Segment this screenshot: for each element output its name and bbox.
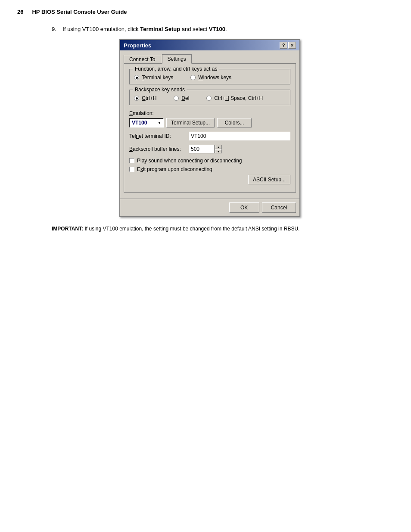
important-note: IMPORTANT: If using VT100 emulation, the…	[52, 226, 359, 232]
backspace-options: Ctrl+H Del Ctrl+H Space, Ctrl+H	[134, 95, 286, 101]
ctrl-h-space-radio[interactable]	[206, 96, 212, 101]
terminal-setup-ref: Terminal Setup	[140, 26, 180, 32]
dropdown-arrow-icon: ▼	[158, 121, 161, 125]
page-number: 26	[17, 9, 23, 15]
help-button[interactable]: ?	[280, 42, 287, 49]
doc-title: HP BIOS Serial Console User Guide	[32, 9, 127, 15]
ctrl-h-space-label: Ctrl+H Space, Ctrl+H	[214, 95, 263, 101]
terminal-setup-button[interactable]: Terminal Setup...	[166, 118, 215, 128]
ctrl-h-radio[interactable]	[134, 96, 139, 101]
backspace-group: Backspace key sends Ctrl+H Del Ctrl+H	[129, 90, 290, 105]
close-button[interactable]: ×	[288, 42, 296, 49]
instruction-end: .	[225, 26, 227, 32]
backscroll-row: Backscroll buffer lines: ▲ ▼	[129, 145, 290, 153]
emulation-label: Emulation:	[129, 110, 290, 116]
ctrl-h-label: Ctrl+H	[142, 95, 156, 101]
spinner-up-button[interactable]: ▲	[215, 145, 222, 149]
backscroll-input[interactable]	[189, 145, 215, 153]
vt100-ref: VT100	[209, 26, 225, 32]
tab-connect-to[interactable]: Connect To	[124, 55, 161, 64]
dialog-body: Connect To Settings Function, arrow, and…	[120, 50, 299, 196]
titlebar-buttons: ? ×	[280, 42, 296, 49]
tabs-row: Connect To Settings	[124, 54, 296, 63]
dialog-wrapper: Properties ? × Connect To Settings	[52, 39, 368, 217]
function-keys-options: Terminal keys Windows keys	[134, 75, 286, 81]
terminal-keys-label: Terminal keys	[142, 75, 173, 81]
function-keys-legend: Function, arrow, and ctrl keys act as	[133, 66, 219, 72]
telnet-terminal-id-row: Telnet terminal ID:	[129, 132, 290, 140]
important-label: IMPORTANT:	[52, 226, 83, 232]
dialog-footer: OK Cancel	[120, 199, 299, 216]
colors-button[interactable]: Colors...	[217, 118, 252, 128]
terminal-keys-option[interactable]: Terminal keys	[134, 75, 173, 81]
instruction-text: 9. If using VT100 emulation, click Termi…	[52, 26, 368, 32]
instruction-prefix: If using VT100 emulation, click	[62, 26, 140, 32]
spinner-buttons: ▲ ▼	[215, 145, 222, 153]
exit-program-label: Exit program upon disconnecting	[137, 166, 212, 172]
ctrl-h-space-option[interactable]: Ctrl+H Space, Ctrl+H	[206, 95, 263, 101]
cancel-button[interactable]: Cancel	[262, 202, 296, 213]
del-option[interactable]: Del	[174, 95, 189, 101]
backspace-legend: Backspace key sends	[133, 87, 187, 93]
page-header: 26 HP BIOS Serial Console User Guide	[17, 9, 394, 17]
dialog-titlebar: Properties ? ×	[120, 40, 299, 50]
exit-program-checkbox[interactable]	[129, 167, 134, 172]
windows-keys-radio[interactable]	[190, 75, 196, 80]
tab-content-settings: Function, arrow, and ctrl keys act as Te…	[124, 63, 296, 193]
exit-program-checkbox-row[interactable]: Exit program upon disconnecting	[129, 166, 290, 172]
backscroll-spinner: ▲ ▼	[189, 145, 222, 153]
step-number: 9.	[52, 26, 56, 32]
windows-keys-label: Windows keys	[198, 75, 231, 81]
emulation-select[interactable]: VT100 ▼	[129, 118, 164, 128]
function-keys-group: Function, arrow, and ctrl keys act as Te…	[129, 69, 290, 84]
windows-keys-option[interactable]: Windows keys	[190, 75, 231, 81]
instruction-middle: and select	[180, 26, 209, 32]
dialog-title: Properties	[124, 42, 151, 49]
del-label: Del	[181, 95, 189, 101]
emulation-controls: VT100 ▼ Terminal Setup... Colors...	[129, 118, 290, 128]
telnet-terminal-input[interactable]	[189, 132, 290, 140]
terminal-keys-radio[interactable]	[134, 75, 139, 80]
emulation-value: VT100	[132, 120, 147, 126]
play-sound-label: Play sound when connecting or disconnect…	[137, 158, 242, 164]
telnet-terminal-label: Telnet terminal ID:	[129, 133, 185, 139]
ascii-setup-button[interactable]: ASCII Setup...	[248, 175, 290, 184]
tab-settings[interactable]: Settings	[162, 54, 192, 64]
spinner-down-button[interactable]: ▼	[215, 149, 222, 153]
important-text: If using VT100 emulation, the setting mu…	[84, 226, 299, 232]
del-radio[interactable]	[174, 96, 179, 101]
play-sound-checkbox-row[interactable]: Play sound when connecting or disconnect…	[129, 158, 290, 164]
emulation-section: Emulation: VT100 ▼ Terminal Setup... Col…	[129, 110, 290, 128]
play-sound-checkbox[interactable]	[129, 158, 134, 163]
ok-button[interactable]: OK	[229, 202, 259, 213]
properties-dialog: Properties ? × Connect To Settings	[119, 39, 300, 217]
ascii-setup-row: ASCII Setup...	[129, 175, 290, 184]
backscroll-label: Backscroll buffer lines:	[129, 146, 185, 152]
ctrl-h-option[interactable]: Ctrl+H	[134, 95, 156, 101]
